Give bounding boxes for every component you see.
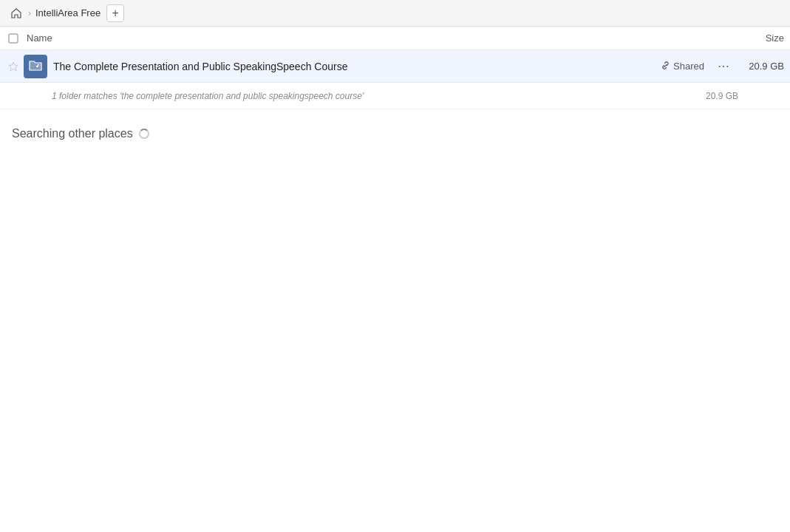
file-name-label: The Complete Presentation and Public Spe… bbox=[53, 61, 661, 72]
add-tab-button[interactable]: + bbox=[106, 4, 124, 22]
loading-spinner bbox=[139, 129, 149, 139]
file-size-value: 20.9 GB bbox=[740, 61, 784, 72]
link-icon bbox=[661, 61, 670, 72]
breadcrumb-separator: › bbox=[28, 8, 31, 18]
column-header: Name Size bbox=[0, 27, 790, 50]
star-button[interactable] bbox=[6, 59, 21, 74]
home-button[interactable] bbox=[6, 3, 27, 24]
match-info-row: 1 folder matches 'the complete presentat… bbox=[0, 83, 790, 109]
shared-label: Shared bbox=[661, 61, 704, 72]
searching-row: Searching other places bbox=[0, 109, 790, 152]
match-size: 20.9 GB bbox=[694, 91, 738, 101]
svg-marker-1 bbox=[9, 62, 18, 71]
searching-text: Searching other places bbox=[12, 127, 133, 140]
svg-rect-0 bbox=[9, 34, 18, 43]
shared-text: Shared bbox=[673, 61, 704, 72]
size-column-header: Size bbox=[725, 33, 784, 44]
name-column-header: Name bbox=[27, 33, 725, 44]
more-options-button[interactable]: ⋯ bbox=[713, 56, 734, 77]
match-text: 1 folder matches 'the complete presentat… bbox=[52, 91, 694, 101]
file-icon bbox=[24, 55, 47, 78]
folder-pencil-icon bbox=[28, 58, 43, 75]
select-all-checkbox[interactable] bbox=[6, 31, 21, 46]
top-bar: › IntelliArea Free + bbox=[0, 0, 790, 27]
file-row[interactable]: The Complete Presentation and Public Spe… bbox=[0, 50, 790, 83]
breadcrumb-title[interactable]: IntelliArea Free bbox=[33, 7, 103, 18]
